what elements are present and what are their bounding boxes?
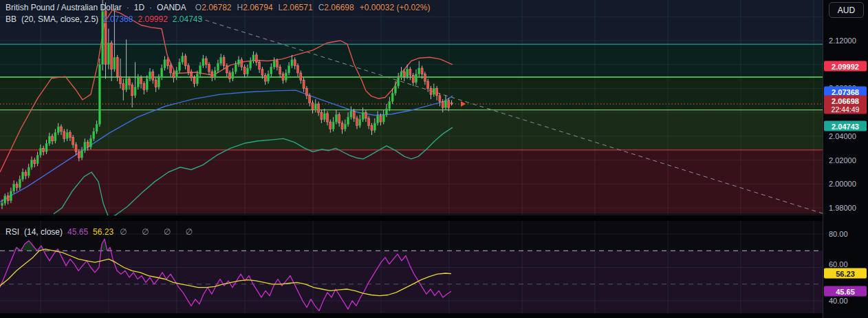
candle-body [433,88,435,94]
candle-body [373,123,376,130]
candle-body [140,78,142,84]
candle-body [243,67,246,74]
bb-indicator-legend[interactable]: BB (20, SMA, close, 2.5) 2.07368 2.09992… [6,14,202,24]
candle-body [377,116,379,123]
candle-body [448,100,450,107]
candle-body [297,65,299,72]
rsi-ma-value: 56.23 [93,227,113,237]
candle-body [279,67,281,74]
candle-body [261,70,263,76]
candle-body [303,80,305,88]
pane-separator[interactable] [0,215,823,221]
candle-body [111,43,113,69]
candle-body [270,67,272,74]
candle-body [362,112,364,119]
candle-body [173,73,175,78]
candle-body [214,70,216,77]
candle-body [394,86,396,93]
candle-body [217,63,219,70]
candle-body [318,104,320,112]
bb-title[interactable]: BB [6,14,17,24]
candle-body [341,123,343,129]
candle-body [146,79,148,90]
candle-body [332,122,334,129]
candle-body [202,59,204,65]
candle-body [196,74,198,84]
price-axis[interactable]: AUD 2.120002.080002.040002.020002.000001… [823,0,868,318]
candle-body [179,62,181,70]
candle-body [107,43,109,64]
bb-basis-value: 2.07368 [103,14,133,24]
candle-body [63,131,65,138]
candle-body [268,74,270,81]
candle-body [134,87,136,96]
candle-body [25,172,27,176]
candle-body [430,88,432,94]
candle-body [288,65,290,72]
axis-tick-label: 40.00 [829,297,848,305]
candle-body [445,100,447,107]
candle-body [69,133,71,138]
candle-body [238,60,240,65]
price-chip: 2.0669822:44:49 [824,96,867,114]
axis-tick-label: 60.00 [829,260,848,268]
candle-body [137,78,139,87]
candle-body [128,79,130,85]
candle-body [122,84,124,90]
symbol-title[interactable]: British Pound / Australian Dollar [6,3,122,12]
bb-params: (20, SMA, close, 2.5) [21,14,98,24]
candle-body [19,179,21,187]
separator-dot: · [149,3,152,12]
price-chip: 56.23 [824,268,867,279]
candle-body [87,142,89,147]
candle-body [152,72,154,80]
candle-body [187,65,189,72]
candle-body [382,115,384,122]
candle-body [338,115,340,123]
time-axis-strip[interactable] [0,313,823,318]
rsi-indicator-legend[interactable]: RSI (14, close) 45.65 56.23 ∅ ∅ ∅ ∅ [6,227,199,237]
open-label: O [195,3,202,12]
candle-body [273,61,275,67]
candle-body [252,55,254,61]
candle-body [161,68,163,78]
candle-body [199,65,202,74]
candle-body [226,65,228,72]
candle-body [10,191,12,201]
candle-body [264,75,266,81]
price-pane[interactable] [0,0,823,215]
candle-body [72,138,74,145]
candle-body [48,136,50,143]
low-value: 2.06571 [283,3,312,12]
candle-body [321,112,323,119]
candle-body [309,96,311,103]
candle-body [323,114,325,120]
candle-body [45,143,47,151]
candle-body [347,117,349,124]
candle-body [31,160,33,167]
symbol-legend[interactable]: British Pound / Australian Dollar · 1D ·… [6,3,430,12]
candle-body [184,56,186,66]
rsi-title[interactable]: RSI [6,227,19,237]
candle-body [175,70,177,77]
candle-body [90,138,92,147]
candle-body [436,88,438,95]
candle-body [335,115,337,122]
close-value: 2.06698 [324,3,354,12]
candle-body [344,125,346,129]
candle-body [327,114,329,122]
candle-body [43,148,45,151]
candle-body [353,111,355,118]
candle-body [96,125,98,131]
change-value: +0.00032 (+0.02%) [360,3,431,12]
candle-body [66,133,68,139]
countdown-timer: 22:44:49 [832,105,860,113]
candle-body [235,65,237,72]
candle-body [13,184,15,191]
candle-body [220,57,222,63]
candle-body [57,127,59,133]
candle-body [39,148,41,155]
candle-body [442,102,444,108]
interval-label[interactable]: 1D [134,3,144,12]
currency-button[interactable]: AUD [829,2,864,18]
